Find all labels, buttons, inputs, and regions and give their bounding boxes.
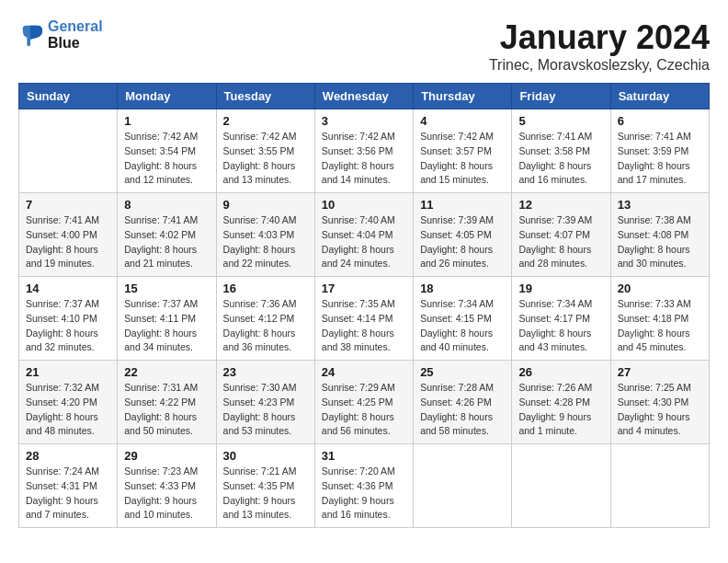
day-number: 9 bbox=[223, 198, 308, 212]
calendar-week-row: 14Sunrise: 7:37 AMSunset: 4:10 PMDayligh… bbox=[19, 277, 710, 361]
calendar-cell: 19Sunrise: 7:34 AMSunset: 4:17 PMDayligh… bbox=[512, 277, 610, 361]
calendar-cell: 21Sunrise: 7:32 AMSunset: 4:20 PMDayligh… bbox=[19, 361, 118, 444]
logo-text: General Blue bbox=[48, 18, 103, 52]
calendar-cell: 31Sunrise: 7:20 AMSunset: 4:36 PMDayligh… bbox=[314, 444, 413, 528]
day-info: Sunrise: 7:35 AMSunset: 4:14 PMDaylight:… bbox=[322, 297, 406, 355]
calendar-cell: 27Sunrise: 7:25 AMSunset: 4:30 PMDayligh… bbox=[610, 361, 709, 444]
day-number: 20 bbox=[618, 282, 702, 295]
day-number: 4 bbox=[420, 114, 505, 128]
calendar-cell: 9Sunrise: 7:40 AMSunset: 4:03 PMDaylight… bbox=[216, 193, 314, 277]
day-info: Sunrise: 7:39 AMSunset: 4:05 PMDaylight:… bbox=[420, 213, 505, 271]
calendar-cell: 8Sunrise: 7:41 AMSunset: 4:02 PMDaylight… bbox=[118, 193, 216, 277]
day-number: 17 bbox=[322, 282, 406, 295]
day-info: Sunrise: 7:41 AMSunset: 4:02 PMDaylight:… bbox=[124, 213, 209, 271]
calendar-cell: 10Sunrise: 7:40 AMSunset: 4:04 PMDayligh… bbox=[314, 193, 413, 277]
day-info: Sunrise: 7:42 AMSunset: 3:57 PMDaylight:… bbox=[420, 130, 505, 188]
calendar-cell: 7Sunrise: 7:41 AMSunset: 4:00 PMDaylight… bbox=[19, 193, 118, 277]
header-tuesday: Tuesday bbox=[216, 84, 314, 109]
calendar-cell: 20Sunrise: 7:33 AMSunset: 4:18 PMDayligh… bbox=[610, 277, 709, 361]
calendar-cell: 17Sunrise: 7:35 AMSunset: 4:14 PMDayligh… bbox=[314, 277, 413, 361]
calendar-week-row: 7Sunrise: 7:41 AMSunset: 4:00 PMDaylight… bbox=[19, 193, 710, 277]
day-number: 27 bbox=[618, 365, 702, 379]
day-info: Sunrise: 7:26 AMSunset: 4:28 PMDaylight:… bbox=[518, 381, 603, 439]
day-number: 1 bbox=[124, 114, 209, 128]
day-number: 7 bbox=[26, 198, 110, 212]
calendar-cell: 12Sunrise: 7:39 AMSunset: 4:07 PMDayligh… bbox=[512, 193, 610, 277]
calendar-cell bbox=[610, 444, 709, 528]
day-info: Sunrise: 7:21 AMSunset: 4:35 PMDaylight:… bbox=[223, 465, 308, 523]
calendar-cell: 15Sunrise: 7:37 AMSunset: 4:11 PMDayligh… bbox=[118, 277, 216, 361]
day-info: Sunrise: 7:20 AMSunset: 4:36 PMDaylight:… bbox=[322, 465, 406, 523]
calendar-cell: 24Sunrise: 7:29 AMSunset: 4:25 PMDayligh… bbox=[314, 361, 413, 444]
header-sunday: Sunday bbox=[19, 84, 118, 109]
day-number: 29 bbox=[124, 449, 209, 463]
day-number: 30 bbox=[223, 449, 308, 463]
day-number: 15 bbox=[124, 282, 209, 295]
calendar-cell: 25Sunrise: 7:28 AMSunset: 4:26 PMDayligh… bbox=[414, 361, 512, 444]
day-info: Sunrise: 7:34 AMSunset: 4:15 PMDaylight:… bbox=[420, 297, 505, 355]
logo-icon bbox=[18, 22, 44, 48]
day-number: 31 bbox=[322, 449, 406, 463]
day-info: Sunrise: 7:37 AMSunset: 4:11 PMDaylight:… bbox=[124, 297, 209, 355]
day-info: Sunrise: 7:41 AMSunset: 3:58 PMDaylight:… bbox=[518, 130, 603, 188]
day-number: 12 bbox=[518, 198, 603, 212]
calendar-table: SundayMondayTuesdayWednesdayThursdayFrid… bbox=[18, 83, 710, 528]
day-number: 5 bbox=[518, 114, 603, 128]
calendar-cell: 18Sunrise: 7:34 AMSunset: 4:15 PMDayligh… bbox=[414, 277, 512, 361]
calendar-week-row: 28Sunrise: 7:24 AMSunset: 4:31 PMDayligh… bbox=[19, 444, 710, 528]
day-number: 8 bbox=[124, 198, 209, 212]
day-number: 22 bbox=[124, 365, 209, 379]
day-info: Sunrise: 7:41 AMSunset: 3:59 PMDaylight:… bbox=[618, 130, 702, 188]
header-thursday: Thursday bbox=[414, 84, 512, 109]
calendar-cell: 29Sunrise: 7:23 AMSunset: 4:33 PMDayligh… bbox=[118, 444, 216, 528]
header-friday: Friday bbox=[512, 84, 610, 109]
day-info: Sunrise: 7:37 AMSunset: 4:10 PMDaylight:… bbox=[26, 297, 110, 355]
day-number: 23 bbox=[223, 365, 308, 379]
day-number: 10 bbox=[322, 198, 406, 212]
day-info: Sunrise: 7:36 AMSunset: 4:12 PMDaylight:… bbox=[223, 297, 308, 355]
day-number: 26 bbox=[518, 365, 603, 379]
day-info: Sunrise: 7:41 AMSunset: 4:00 PMDaylight:… bbox=[26, 213, 110, 271]
location-subtitle: Trinec, Moravskoslezsky, Czechia bbox=[489, 57, 710, 74]
calendar-header-row: SundayMondayTuesdayWednesdayThursdayFrid… bbox=[19, 84, 710, 109]
calendar-week-row: 21Sunrise: 7:32 AMSunset: 4:20 PMDayligh… bbox=[19, 361, 710, 444]
calendar-cell: 13Sunrise: 7:38 AMSunset: 4:08 PMDayligh… bbox=[610, 193, 709, 277]
day-number: 11 bbox=[420, 198, 505, 212]
day-info: Sunrise: 7:34 AMSunset: 4:17 PMDaylight:… bbox=[518, 297, 603, 355]
calendar-cell: 23Sunrise: 7:30 AMSunset: 4:23 PMDayligh… bbox=[216, 361, 314, 444]
day-number: 2 bbox=[223, 114, 308, 128]
day-info: Sunrise: 7:42 AMSunset: 3:54 PMDaylight:… bbox=[124, 130, 209, 188]
day-info: Sunrise: 7:39 AMSunset: 4:07 PMDaylight:… bbox=[518, 213, 603, 271]
day-info: Sunrise: 7:28 AMSunset: 4:26 PMDaylight:… bbox=[420, 381, 505, 439]
page-header: General Blue January 2024 Trinec, Moravs… bbox=[18, 18, 710, 74]
day-info: Sunrise: 7:42 AMSunset: 3:55 PMDaylight:… bbox=[223, 130, 308, 188]
calendar-cell: 14Sunrise: 7:37 AMSunset: 4:10 PMDayligh… bbox=[19, 277, 118, 361]
day-info: Sunrise: 7:40 AMSunset: 4:03 PMDaylight:… bbox=[223, 213, 308, 271]
day-number: 16 bbox=[223, 282, 308, 295]
calendar-cell: 26Sunrise: 7:26 AMSunset: 4:28 PMDayligh… bbox=[512, 361, 610, 444]
title-area: January 2024 Trinec, Moravskoslezsky, Cz… bbox=[489, 18, 710, 74]
day-number: 19 bbox=[518, 282, 603, 295]
day-number: 6 bbox=[618, 114, 702, 128]
day-info: Sunrise: 7:38 AMSunset: 4:08 PMDaylight:… bbox=[618, 213, 702, 271]
day-info: Sunrise: 7:32 AMSunset: 4:20 PMDaylight:… bbox=[26, 381, 110, 439]
day-number: 21 bbox=[26, 365, 110, 379]
calendar-cell bbox=[19, 109, 118, 193]
month-title: January 2024 bbox=[489, 18, 710, 57]
day-number: 24 bbox=[322, 365, 406, 379]
day-info: Sunrise: 7:30 AMSunset: 4:23 PMDaylight:… bbox=[223, 381, 308, 439]
header-saturday: Saturday bbox=[610, 84, 709, 109]
calendar-cell: 11Sunrise: 7:39 AMSunset: 4:05 PMDayligh… bbox=[414, 193, 512, 277]
calendar-cell: 6Sunrise: 7:41 AMSunset: 3:59 PMDaylight… bbox=[610, 109, 709, 193]
day-info: Sunrise: 7:33 AMSunset: 4:18 PMDaylight:… bbox=[618, 297, 702, 355]
day-info: Sunrise: 7:40 AMSunset: 4:04 PMDaylight:… bbox=[322, 213, 406, 271]
calendar-cell bbox=[512, 444, 610, 528]
calendar-cell: 3Sunrise: 7:42 AMSunset: 3:56 PMDaylight… bbox=[314, 109, 413, 193]
day-number: 25 bbox=[420, 365, 505, 379]
logo: General Blue bbox=[18, 18, 103, 52]
day-info: Sunrise: 7:25 AMSunset: 4:30 PMDaylight:… bbox=[618, 381, 702, 439]
day-info: Sunrise: 7:24 AMSunset: 4:31 PMDaylight:… bbox=[26, 465, 110, 523]
calendar-cell: 22Sunrise: 7:31 AMSunset: 4:22 PMDayligh… bbox=[118, 361, 216, 444]
day-info: Sunrise: 7:42 AMSunset: 3:56 PMDaylight:… bbox=[322, 130, 406, 188]
day-number: 28 bbox=[26, 449, 110, 463]
